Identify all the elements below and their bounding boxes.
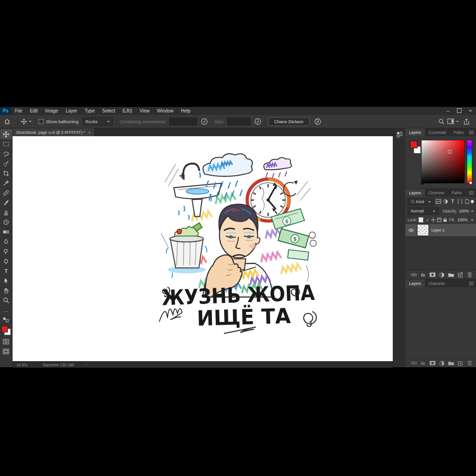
quick-mask-icon[interactable] [0,337,12,346]
tab-layers[interactable]: Layers [405,189,425,197]
eyedropper-tool-icon[interactable] [0,178,12,188]
menu-select[interactable]: Select [99,107,119,115]
layer-visibility-eye-icon[interactable] [407,227,415,233]
collapse-panels-icon[interactable] [397,131,403,139]
history-brush-tool-icon[interactable] [0,217,12,227]
panel-menu-icon[interactable] [469,279,476,287]
new-group-icon[interactable] [447,271,455,278]
menu-layer[interactable]: Layer [62,107,81,115]
lock-transparency-icon[interactable] [418,217,423,223]
filter-smart-object-icon[interactable] [464,198,470,205]
zoom-level[interactable]: 16.0% [13,363,31,367]
adjustment-layer-icon[interactable] [438,360,445,366]
restore-button[interactable] [454,107,465,115]
size-input[interactable] [227,118,251,126]
foreground-color-swatch[interactable] [410,141,417,148]
canvas[interactable]: $ $ [13,136,393,361]
layer-thumbnail[interactable] [417,225,429,236]
hand-tool-icon[interactable] [0,285,12,295]
brush-tool-icon[interactable] [0,198,12,207]
link-layers-icon[interactable] [410,271,417,278]
lock-position-icon[interactable] [431,217,436,223]
type-tool-icon[interactable]: T [0,266,12,276]
tab-layers[interactable]: Layers [405,279,425,287]
layer-name[interactable]: Layer 1 [431,228,444,232]
close-tab-icon[interactable]: × [88,130,91,135]
opacity-value[interactable]: 100% [459,209,469,213]
filter-kind-dropdown[interactable]: Kind [408,198,434,205]
containing-movements-input[interactable] [169,118,197,126]
close-button[interactable]: × [465,107,476,115]
share-icon[interactable] [463,119,469,125]
move-tool-option-icon[interactable] [21,119,32,125]
filter-toggle[interactable] [471,200,474,203]
tab-paths[interactable]: Paths [450,128,468,136]
tab-paths[interactable]: Paths [448,189,466,197]
delete-layer-icon[interactable] [466,360,473,366]
tab-layers[interactable]: Layers [405,128,425,136]
tab-chansols[interactable]: Chansols [425,279,449,287]
layer-row[interactable]: Layer 1 [405,224,476,236]
move-tool-icon[interactable] [0,129,12,139]
menu-image[interactable]: Image [41,107,62,115]
foreground-color-swatch[interactable] [1,326,8,332]
hue-slider-handle[interactable] [469,182,472,184]
menu-file[interactable]: File [11,107,26,115]
menu-help[interactable]: Help [177,107,194,115]
new-layer-icon[interactable] [456,271,464,278]
menu-view[interactable]: View [136,107,153,115]
saturation-brightness-field[interactable] [421,140,465,184]
panel-menu-icon[interactable] [469,189,476,197]
swap-colors-icon[interactable] [0,315,12,324]
link-layers-icon[interactable] [410,360,417,366]
lock-pixels-icon[interactable] [425,217,430,223]
layer-effects-icon[interactable]: fx [419,271,427,278]
healing-brush-tool-icon[interactable] [0,188,12,198]
search-icon[interactable] [435,119,447,125]
document-tab[interactable]: Sketckbook. page o.nt @ 0 #FFFFFF) * × [13,128,94,136]
crop-tool-icon[interactable] [0,168,12,178]
status-chevron-icon[interactable]: › [86,363,87,367]
minimize-button[interactable]: – [443,107,454,115]
menu-edit[interactable]: Edit [26,107,41,115]
fill-value[interactable]: 100% [457,218,468,222]
path-selection-tool-icon[interactable] [0,276,12,285]
sample-brush-icon[interactable] [201,118,208,125]
workspace-icon[interactable] [447,119,459,124]
panel-menu-icon[interactable] [469,128,476,136]
filter-image-icon[interactable] [435,198,441,205]
home-icon[interactable] [0,119,14,124]
screen-mode-icon[interactable] [0,346,12,356]
quick-selection-tool-icon[interactable] [0,159,12,168]
clone-stamp-tool-icon[interactable] [0,207,12,217]
filter-type-icon[interactable]: T [450,198,456,205]
marquee-tool-icon[interactable] [0,139,12,149]
blur-tool-icon[interactable] [0,237,12,246]
stroke-options-icon[interactable] [314,118,321,125]
hue-slider[interactable] [467,140,472,184]
zoom-tool-icon[interactable] [0,295,12,305]
mode-dropdown[interactable]: Rocks [82,117,113,126]
show-ballooning-checkbox[interactable]: Show ballooning [39,119,79,124]
action-button[interactable]: Chane Dtclaon [268,117,310,126]
menu-filter[interactable]: EJ0) [119,107,136,115]
layer-effects-icon[interactable]: fx [419,360,427,366]
adjustment-layer-icon[interactable] [438,271,445,278]
lasso-tool-icon[interactable] [0,149,12,159]
tab-chomets[interactable]: Chomets [425,189,448,197]
new-group-icon[interactable] [447,360,455,366]
layer-mask-icon[interactable] [429,271,436,278]
blend-mode-dropdown[interactable]: Normal [408,207,439,215]
lock-all-icon[interactable] [443,217,448,223]
delete-layer-icon[interactable] [466,271,473,278]
size-brush-icon[interactable] [254,118,261,125]
filter-adjustment-icon[interactable] [443,198,449,205]
filter-shape-icon[interactable] [456,198,463,205]
color-swatches[interactable] [1,326,11,335]
menu-window[interactable]: Window [153,107,178,115]
layer-mask-icon[interactable] [429,360,436,366]
menu-type[interactable]: Type [81,107,99,115]
new-layer-icon[interactable] [456,360,464,366]
dodge-tool-icon[interactable] [0,246,12,256]
gradient-tool-icon[interactable] [0,227,12,237]
